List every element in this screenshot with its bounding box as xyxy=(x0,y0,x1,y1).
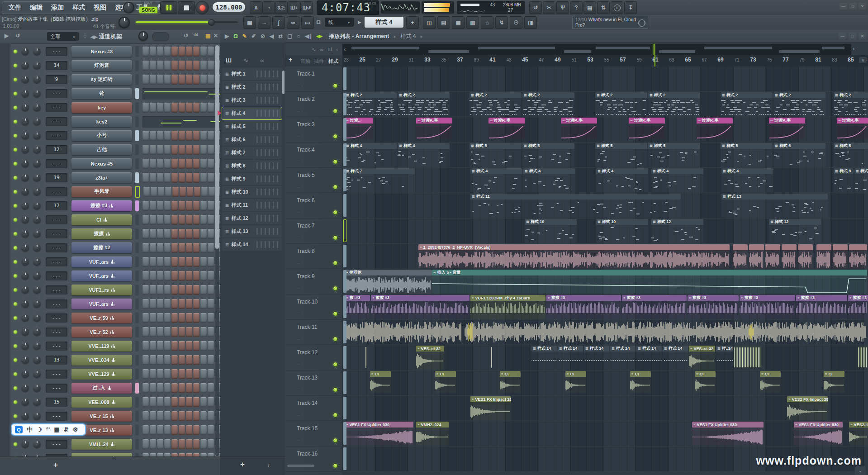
clip-ci[interactable]: »CI xyxy=(370,371,391,393)
playback-icon[interactable]: ◀∥ xyxy=(305,33,312,39)
clip-pat[interactable]: ≣样式 5 xyxy=(648,143,700,167)
step-cell[interactable] xyxy=(171,145,178,155)
step-cell[interactable] xyxy=(200,229,207,239)
track-color-strip[interactable] xyxy=(343,295,346,318)
step-sequencer[interactable] xyxy=(142,397,220,407)
step-cell[interactable] xyxy=(157,425,163,435)
step-cell[interactable] xyxy=(164,131,171,141)
volume-knob[interactable] xyxy=(33,300,41,308)
undo-icon[interactable]: ↺ xyxy=(529,1,542,14)
step-cell[interactable] xyxy=(171,201,178,211)
step-cell[interactable] xyxy=(200,131,207,141)
channel-button[interactable]: 吉他 xyxy=(71,144,132,155)
track-lane[interactable]: ≣样式 2≣样式 2≣样式 2≣样式 2≣样式 2≣样式 2≣样式 2≣样式 2… xyxy=(342,92,868,117)
step-cell[interactable] xyxy=(186,327,192,337)
step-cell[interactable] xyxy=(193,159,199,169)
pan-knob[interactable] xyxy=(21,412,29,420)
channel-select-strip[interactable] xyxy=(135,299,139,309)
step-cell[interactable] xyxy=(157,103,163,113)
loop-record-icon[interactable]: Ш↺ xyxy=(300,1,313,14)
step-cell[interactable] xyxy=(186,215,192,225)
step-cell[interactable] xyxy=(208,75,214,85)
picker-scrollbar-thumb[interactable] xyxy=(282,71,285,94)
pattern-item[interactable]: ≣样式 13 xyxy=(222,225,282,238)
clip-audP[interactable]: »擦擦 #3 xyxy=(848,295,868,319)
step-cell[interactable] xyxy=(157,131,163,141)
track-color-strip[interactable] xyxy=(343,270,346,293)
track-header[interactable]: Track 3··· xyxy=(285,117,342,142)
scroll-left-icon[interactable]: ‹ xyxy=(267,461,270,470)
channel-select-strip[interactable] xyxy=(135,355,139,366)
channel-led[interactable] xyxy=(14,274,17,278)
step-cell[interactable] xyxy=(142,173,149,183)
channel-target-box[interactable]: --- xyxy=(46,440,67,449)
volume-knob[interactable] xyxy=(33,440,41,448)
step-sequencer[interactable] xyxy=(142,341,220,351)
step-cell[interactable] xyxy=(179,327,185,337)
step-cell[interactable] xyxy=(157,257,163,267)
channel-select-strip[interactable] xyxy=(135,256,139,267)
pause-button[interactable] xyxy=(160,1,177,14)
step-cell[interactable] xyxy=(186,313,192,323)
track-lane[interactable]: »CI»CI»CI»CI»CI»CI»CI»CI xyxy=(342,370,868,396)
clip-pat[interactable]: ≣样式 13 xyxy=(721,194,828,218)
playlist-ruler[interactable]: 2325272931333537394143454749515355575961… xyxy=(342,55,868,67)
clip-vocal[interactable] xyxy=(833,244,848,268)
step-sequencer[interactable] xyxy=(142,383,220,393)
step-cell[interactable] xyxy=(179,103,185,113)
channel-led[interactable] xyxy=(14,316,17,320)
track-options-dots[interactable]: ··· xyxy=(297,236,304,240)
scroll-up-icon[interactable]: ∧ xyxy=(859,57,867,63)
step-cell[interactable] xyxy=(171,369,178,379)
clip-decayO[interactable]: »VES..ct 32 xyxy=(689,346,715,370)
step-cell[interactable] xyxy=(179,313,185,323)
track-color-strip[interactable] xyxy=(343,321,346,343)
track-header[interactable]: Track 6··· xyxy=(285,193,342,218)
clip-pat[interactable]: ≣样式 4 xyxy=(596,168,648,192)
channel-select-strip[interactable] xyxy=(135,313,139,323)
clip-autoP[interactable]: ∞过渡P..率 xyxy=(561,118,597,139)
step-cell[interactable] xyxy=(208,313,214,323)
step-cell[interactable] xyxy=(193,243,199,253)
channel-target-box[interactable]: --- xyxy=(46,271,67,280)
clip-pat[interactable]: ≣样式 2 xyxy=(648,92,700,116)
menu-样式[interactable]: 样式 xyxy=(72,4,85,12)
menu-添加[interactable]: 添加 xyxy=(51,4,64,12)
channel-led[interactable] xyxy=(14,302,17,306)
step-cell[interactable] xyxy=(179,285,185,295)
track-options-dots[interactable]: ··· xyxy=(297,134,304,139)
clip-cream[interactable] xyxy=(345,320,462,343)
step-cell[interactable] xyxy=(171,215,178,225)
step-cell[interactable] xyxy=(186,439,192,449)
track-color-strip[interactable] xyxy=(343,397,346,419)
volume-knob[interactable] xyxy=(33,342,41,350)
step-cell[interactable] xyxy=(186,47,192,57)
channel-button[interactable]: VEE..008 xyxy=(71,397,132,408)
touch-controller-icon[interactable]: ☉ xyxy=(510,16,522,29)
ime-settings-icon[interactable]: ⚙ xyxy=(73,426,78,433)
step-sequencer[interactable] xyxy=(142,173,220,183)
channel-target-box[interactable]: --- xyxy=(46,384,67,393)
step-cell[interactable] xyxy=(193,145,199,155)
playlist-minimize-button[interactable]: — xyxy=(839,33,846,39)
volume-knob[interactable] xyxy=(33,48,41,55)
step-cell[interactable] xyxy=(157,299,163,309)
step-cell[interactable] xyxy=(142,47,149,57)
step-cell[interactable] xyxy=(157,313,163,323)
pan-knob[interactable] xyxy=(21,356,29,364)
mute-icon[interactable]: ◀ xyxy=(270,33,274,39)
scroll-down-icon[interactable]: ⌄ xyxy=(855,466,866,475)
track-header[interactable]: Track 4··· xyxy=(285,142,342,168)
channel-rack-toggle-icon[interactable]: ▦ xyxy=(452,16,465,29)
channel-led[interactable] xyxy=(14,246,17,250)
step-cell[interactable] xyxy=(171,61,178,71)
step-cell[interactable] xyxy=(179,425,185,435)
clip-pat[interactable]: ≣样式 4 xyxy=(523,168,575,192)
step-sequencer[interactable] xyxy=(143,187,220,197)
pan-knob[interactable] xyxy=(21,398,29,406)
step-cell[interactable] xyxy=(164,257,171,267)
pattern-item[interactable]: ≣样式 11 xyxy=(222,199,282,211)
collapse-left-icon[interactable]: ‹ xyxy=(336,47,338,52)
step-cell[interactable] xyxy=(200,173,207,183)
clip-riseM[interactable]: »VES1 FX Uplifter 030 xyxy=(692,422,764,446)
